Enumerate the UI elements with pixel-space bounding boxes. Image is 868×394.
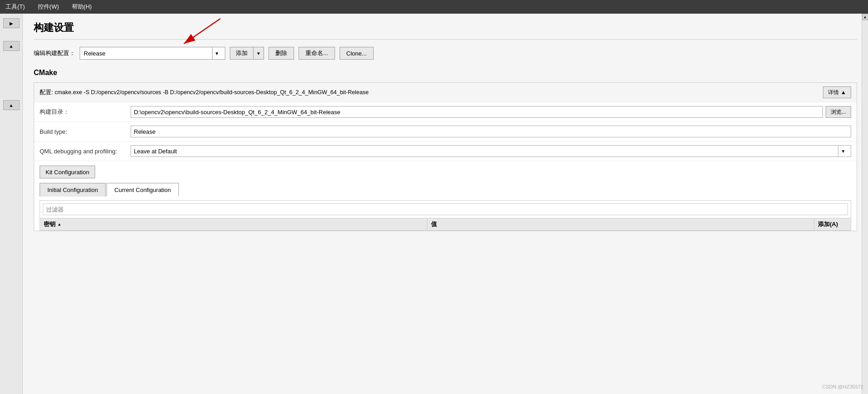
scrollbar-right: ▲ ▼ [862,14,868,394]
add-btn-group[interactable]: 添加 ▼ [230,47,264,60]
page-title: 构建设置 [34,21,857,35]
build-dir-row: 构建目录： 浏览... [34,102,857,122]
menu-controls[interactable]: 控件(W) [36,2,61,12]
edit-config-label: 编辑构建配置： [34,49,75,57]
rename-btn[interactable]: 重命名... [299,47,335,60]
clone-btn[interactable]: Clone... [340,47,374,60]
menu-tools[interactable]: 工具(T) [4,2,27,12]
browse-btn[interactable]: 浏览... [826,106,851,118]
add-btn-arrow[interactable]: ▼ [254,47,264,59]
scroll-up-btn[interactable]: ▲ [862,14,868,20]
table-header: 密钥 ▲ 值 添加(A) [40,218,851,231]
kit-config-btn[interactable]: Kit Configuration [40,166,95,178]
table-add-header[interactable]: 添加(A) [814,218,851,230]
main-content: 构建设置 编辑构建配置： Release ▼ 添加 ▼ 删除 重命名... Cl… [23,14,868,394]
qml-debug-select[interactable]: Leave at Default ▼ [131,145,851,157]
sidebar-left: ▶ ▲ ▲ [0,14,23,394]
cmake-config-text: 配置: cmake.exe -S D:/opencv2/opencv/sourc… [40,89,823,96]
kit-config-container: Kit Configuration [34,161,857,183]
menu-bar: 工具(T) 控件(W) 帮助(H) [0,0,868,14]
add-btn-main[interactable]: 添加 [230,47,254,59]
cmake-section-title: CMake [34,69,857,77]
table-key-header[interactable]: 密钥 ▲ [40,218,427,230]
cmake-config-row: 配置: cmake.exe -S D:/opencv2/opencv/sourc… [34,83,857,102]
tabs-row: Initial Configuration Current Configurat… [40,183,851,197]
tab-initial[interactable]: Initial Configuration [40,183,106,197]
watermark: CSDN @HZ35572 [822,384,863,389]
qml-debug-row: QML debugging and profiling: Leave at De… [34,141,857,161]
qml-debug-select-text: Leave at Default [134,148,838,155]
qml-debug-label: QML debugging and profiling: [40,148,131,155]
config-select-text: Release [84,50,212,57]
cmake-box: 配置: cmake.exe -S D:/opencv2/opencv/sourc… [34,82,857,231]
sidebar-btn-expand[interactable]: ▶ [3,18,20,28]
build-type-label: Build type: [40,128,131,135]
filter-section [40,200,851,218]
delete-btn[interactable]: 删除 [269,47,294,60]
build-type-input[interactable] [131,126,851,137]
detail-arrow-icon: ▲ [841,89,846,96]
menu-help[interactable]: 帮助(H) [70,2,94,12]
sidebar-btn-down2[interactable]: ▲ [3,100,20,110]
title-divider [34,39,857,40]
sidebar-btn-up[interactable]: ▲ [3,41,20,51]
tab-current[interactable]: Current Configuration [107,183,178,197]
build-dir-label: 构建目录： [40,108,131,116]
sort-arrow-icon: ▲ [57,222,61,227]
build-type-row: Build type: [34,122,857,141]
build-dir-input[interactable] [131,106,823,118]
config-dropdown[interactable]: Release ▼ [80,47,225,60]
table-value-header[interactable]: 值 [427,218,815,230]
config-dropdown-arrow[interactable]: ▼ [212,47,221,59]
edit-config-row: 编辑构建配置： Release ▼ 添加 ▼ 删除 重命名... Clone..… [34,47,857,60]
qml-debug-select-arrow[interactable]: ▼ [838,146,848,157]
filter-input[interactable] [43,203,848,215]
detail-btn[interactable]: 详情 ▲ [823,86,851,98]
